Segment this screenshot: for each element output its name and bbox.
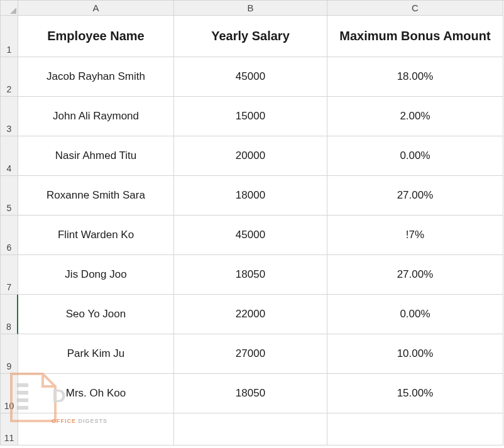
cell-b8[interactable]: 22000 [174,295,327,334]
cell-b1[interactable]: Yearly Salary [174,16,327,57]
cell-c7[interactable]: 27.00% [327,255,503,295]
column-header-a[interactable]: A [18,1,174,16]
cell-b10[interactable]: 18050 [174,374,327,413]
cell-a3[interactable]: John Ali Raymond [18,97,174,136]
cell-a11[interactable] [18,413,174,445]
cell-b7[interactable]: 18050 [174,255,327,295]
row-header-3[interactable]: 3 [1,97,18,136]
cell-c3[interactable]: 2.00% [327,97,503,136]
cell-b2[interactable]: 45000 [174,57,327,97]
row-header-6[interactable]: 6 [1,216,18,255]
cell-a4[interactable]: Nasir Ahmed Titu [18,136,174,176]
cell-b11[interactable] [174,413,327,445]
cell-c4[interactable]: 0.00% [327,136,503,176]
row-header-5[interactable]: 5 [1,176,18,216]
cell-c10[interactable]: 15.00% [327,374,503,413]
select-all-corner[interactable] [1,1,18,16]
cell-c9[interactable]: 10.00% [327,334,503,374]
cell-b5[interactable]: 18000 [174,176,327,216]
row-header-9[interactable]: 9 [1,334,18,374]
cell-c8[interactable]: 0.00% [327,295,503,334]
row-header-4[interactable]: 4 [1,136,18,176]
cell-a5[interactable]: Roxanne Smith Sara [18,176,174,216]
spreadsheet: A B C 1 Employee Name Yearly Salary Maxi… [0,0,504,445]
cell-a7[interactable]: Jis Dong Joo [18,255,174,295]
cell-c11[interactable] [327,413,503,445]
row-header-10[interactable]: 10 [1,374,18,413]
cell-c1[interactable]: Maximum Bonus Amount [327,16,503,57]
cell-a9[interactable]: Park Kim Ju [18,334,174,374]
cell-b4[interactable]: 20000 [174,136,327,176]
column-header-c[interactable]: C [327,1,503,16]
row-header-8[interactable]: 8 [1,295,18,334]
cell-b6[interactable]: 45000 [174,216,327,255]
cell-b3[interactable]: 15000 [174,97,327,136]
cell-a10[interactable]: Mrs. Oh Koo [18,374,174,413]
row-header-11[interactable]: 11 [1,413,18,445]
row-header-7[interactable]: 7 [1,255,18,295]
cell-a2[interactable]: Jacob Rayhan Smith [18,57,174,97]
cell-c2[interactable]: 18.00% [327,57,503,97]
cell-a8[interactable]: Seo Yo Joon [18,295,174,334]
row-header-2[interactable]: 2 [1,57,18,97]
cell-b9[interactable]: 27000 [174,334,327,374]
cell-a1[interactable]: Employee Name [18,16,174,57]
cell-a6[interactable]: Flint Warden Ko [18,216,174,255]
cell-c6[interactable]: !7% [327,216,503,255]
cell-c5[interactable]: 27.00% [327,176,503,216]
column-header-b[interactable]: B [174,1,327,16]
row-header-1[interactable]: 1 [1,16,18,57]
